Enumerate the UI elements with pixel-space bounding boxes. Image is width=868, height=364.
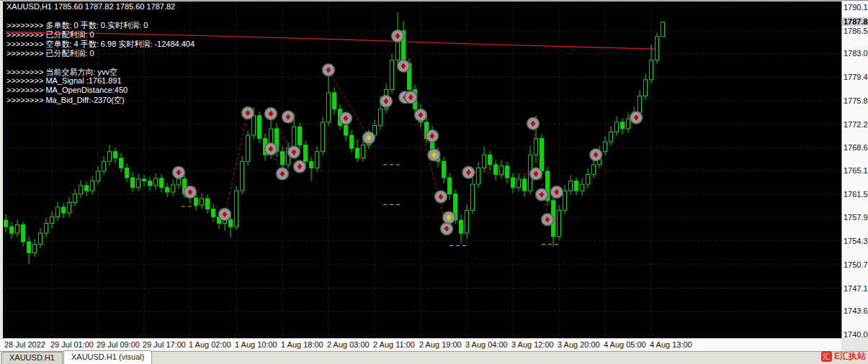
time-label: 3 Aug 20:00 <box>558 340 600 349</box>
price-label: 1783.00 <box>844 49 868 58</box>
time-label: 2 Aug 03:00 <box>327 340 370 349</box>
time-label: 29 Jul 09:00 <box>97 340 140 349</box>
time-label: 29 Jul 01:00 <box>50 340 94 349</box>
comment-spacer <box>6 58 194 67</box>
mt4-chart-window: XAUUSD,H1 1785.60 1787.82 1785.60 1787.8… <box>0 0 868 364</box>
watermark-text: E汇执站 <box>834 350 866 363</box>
time-label: 4 Aug 05:00 <box>604 340 646 349</box>
comment-line: >>>>>>>> 已分配利润: 0 <box>6 48 194 58</box>
price-label: 1743.60 <box>844 306 868 315</box>
price-label: 1757.90 <box>844 213 868 222</box>
chart-canvas[interactable]: XAUUSD,H1 1785.60 1787.82 1785.60 1787.8… <box>3 1 841 338</box>
comment-line: >>>>>>>> MA_OpenDistance:450 <box>6 86 194 95</box>
comment-line: >>>>>>>> MA_Signal :1761.891 <box>6 76 194 86</box>
chart-tab-0[interactable]: XAUUSD.H1 <box>1 352 63 364</box>
watermark-logo-icon: 汇 <box>821 351 832 362</box>
current-price-tag: 1787.82 <box>842 17 868 26</box>
price-label: 1754.30 <box>844 237 868 245</box>
time-label: 29 Jul 17:00 <box>143 340 186 349</box>
time-label: 3 Aug 04:00 <box>465 340 508 349</box>
time-label: 4 Aug 13:00 <box>650 340 692 349</box>
comment-line: >>>>>>>> Ma_Bid_Diff:-2370(空) <box>6 95 194 104</box>
time-label: 3 Aug 12:00 <box>511 340 554 349</box>
price-label: 1761.50 <box>844 190 868 199</box>
watermark: 汇 E汇执站 <box>821 350 866 363</box>
time-label: 28 Jul 2022 <box>4 340 45 349</box>
price-label: 1768.60 <box>844 143 868 152</box>
price-label: 1772.20 <box>844 120 868 129</box>
comment-line: >>>>>>>> 多单数: 0 手数: 0.实时利润: 0 <box>6 20 194 29</box>
price-label: 1779.40 <box>844 73 868 81</box>
price-label: 1750.70 <box>844 260 868 269</box>
comment-line: >>>>>>>> 当前交易方向: yvv空 <box>6 67 194 76</box>
price-label: 1775.80 <box>844 96 868 105</box>
price-label: 1786.50 <box>844 27 868 35</box>
time-label: 2 Aug 19:00 <box>419 340 462 349</box>
price-axis[interactable]: 1790.101786.501783.001779.401775.801772.… <box>841 1 868 338</box>
price-label: 1790.10 <box>844 3 868 12</box>
time-label: 2 Aug 11:00 <box>373 340 415 349</box>
time-label: 1 Aug 02:00 <box>189 340 231 349</box>
price-label: 1765.10 <box>844 166 868 175</box>
comment-line: >>>>>>>> 已分配利润: 0 <box>6 29 194 39</box>
chart-tab-bar: XAUUSD.H1XAUUSD.H1 (visual) <box>0 351 868 364</box>
time-label: 1 Aug 10:00 <box>235 340 277 349</box>
comment-block: >>>>>>>> 多单数: 0 手数: 0.实时利润: 0>>>>>>>> 已分… <box>6 20 194 104</box>
symbol-ohlc-line: XAUUSD,H1 1785.60 1787.82 1785.60 1787.8… <box>6 2 175 11</box>
price-label: 1747.10 <box>844 284 868 293</box>
time-label: 1 Aug 18:00 <box>281 340 323 349</box>
comment-line: >>>>>>>> 空单数: 4 手数: 6.98 实时利润: -12484.40… <box>6 39 194 48</box>
price-label: 1740.00 <box>844 330 868 339</box>
chart-tab-1[interactable]: XAUUSD.H1 (visual) <box>63 350 152 364</box>
